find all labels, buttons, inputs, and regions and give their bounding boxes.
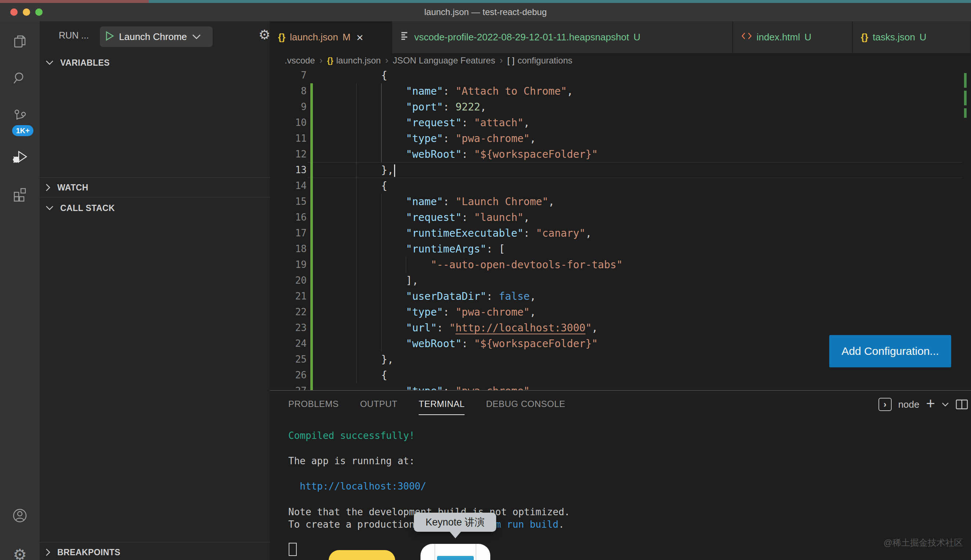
new-terminal-icon[interactable]: + [926, 396, 935, 412]
tab-launch-json[interactable]: {} launch.json M × [270, 21, 392, 53]
text-cursor [394, 164, 395, 177]
split-terminal-icon[interactable] [956, 399, 968, 410]
gutter-modified-indicator [310, 367, 313, 383]
terminal-line: Compiled successfully! [288, 429, 570, 442]
code-line[interactable]: 12 "webRoot": "${workspaceFolder}" [270, 147, 971, 162]
terminal-actions: › node + [879, 397, 968, 412]
activity-search[interactable] [0, 64, 40, 93]
code-line[interactable]: 20 ], [270, 273, 971, 288]
html-icon [741, 32, 752, 43]
code-line[interactable]: 21 "userDataDir": false, [270, 288, 971, 304]
terminal-line: http://localhost:3000/ [288, 480, 570, 493]
tab-git-status: U [919, 32, 927, 43]
keynote-icon-detail [476, 544, 476, 560]
panel-tab-debug-console[interactable]: DEBUG CONSOLE [486, 399, 565, 415]
keynote-icon-slide [437, 556, 474, 560]
chevron-right-icon: › [385, 55, 389, 66]
code-line[interactable]: 17 "runtimeExecutable": "canary", [270, 225, 971, 241]
activity-bar: 1K+ ⚙ [0, 21, 40, 560]
overview-ruler-mark [964, 73, 967, 88]
gutter-modified-indicator [310, 336, 313, 352]
vscode-window: launch.json — test-react-debug 1K+ ⚙ RUN… [0, 0, 971, 560]
background-strip-right [149, 0, 971, 3]
gutter-modified-indicator [310, 304, 313, 320]
breadcrumb-item[interactable]: JSON Language Features [393, 55, 495, 66]
code-line[interactable]: 9 "port": 9222, [270, 99, 971, 115]
code-line[interactable]: 16 "request": "launch", [270, 210, 971, 225]
panel-tab-problems[interactable]: PROBLEMS [288, 399, 339, 415]
code-line[interactable]: 22 "type": "pwa-chrome", [270, 304, 971, 320]
gear-icon: ⚙ [13, 547, 27, 560]
code-line[interactable]: 26 { [270, 367, 971, 383]
git-branch-icon [12, 109, 28, 126]
tab-label: index.html [757, 32, 800, 43]
code-line[interactable]: 13 }, [270, 162, 971, 178]
extensions-icon [12, 187, 28, 204]
gutter-modified-indicator [310, 320, 313, 336]
section-variables[interactable]: VARIABLES [40, 53, 270, 73]
code-editor[interactable]: 7 {8 "name": "Attach to Chrome",9 "port"… [270, 68, 971, 390]
activity-explorer[interactable] [0, 28, 40, 57]
heapsnapshot-icon [400, 31, 410, 43]
gutter-modified-indicator [310, 147, 313, 162]
tab-git-status: U [805, 32, 812, 43]
panel-tab-output[interactable]: OUTPUT [360, 399, 397, 415]
dock-icon-yellow-app[interactable] [329, 550, 395, 560]
breadcrumb-item[interactable]: launch.json [336, 55, 381, 66]
section-label: CALL STACK [60, 203, 115, 213]
breadcrumb-item[interactable]: .vscode [285, 55, 315, 66]
gutter-modified-indicator [310, 241, 313, 257]
files-icon [12, 34, 28, 51]
gutter-modified-indicator [310, 115, 313, 131]
tab-label: vscode-profile-2022-08-29-12-01-11.heaps… [414, 32, 629, 43]
window-title: launch.json — test-react-debug [0, 3, 971, 21]
title-bar: launch.json — test-react-debug [0, 3, 971, 21]
section-label: VARIABLES [60, 58, 110, 68]
panel-tab-terminal[interactable]: TERMINAL [419, 399, 465, 415]
activity-run-debug[interactable] [0, 143, 40, 172]
launch-config-dropdown[interactable]: Launch Chrome [100, 27, 213, 47]
section-label: BREAKPOINTS [57, 548, 120, 557]
tab-git-status: M [343, 32, 351, 43]
close-icon[interactable]: × [356, 32, 363, 43]
start-debug-icon[interactable] [105, 31, 115, 43]
section-call-stack[interactable]: CALL STACK [40, 198, 270, 218]
json-icon: {} [278, 32, 285, 43]
gutter-modified-indicator [310, 99, 313, 115]
terminal-shell-icon: › [879, 398, 892, 411]
dock-tooltip: Keynote 讲演 [414, 513, 496, 532]
chevron-down-icon[interactable] [942, 402, 949, 407]
code-line[interactable]: 23 "url": "http://localhost:3000", [270, 320, 971, 336]
chevron-down-icon [192, 34, 201, 39]
activity-account[interactable] [0, 502, 40, 531]
code-line[interactable]: 7 { [270, 68, 971, 83]
activity-extensions[interactable] [0, 180, 40, 210]
activity-settings[interactable]: ⚙ [0, 540, 40, 560]
code-line[interactable]: 8 "name": "Attach to Chrome", [270, 83, 971, 99]
code-line[interactable]: 18 "runtimeArgs": [ [270, 241, 971, 257]
gutter-modified-indicator [310, 162, 313, 178]
source-control-badge: 1K+ [12, 125, 33, 136]
breadcrumb-item[interactable]: configurations [518, 55, 572, 66]
background-strip-left [0, 0, 149, 3]
code-line[interactable]: 27 "type": "pwa-chrome" [270, 383, 971, 390]
dock-icon-keynote[interactable] [421, 544, 490, 560]
section-watch[interactable]: WATCH [40, 178, 270, 197]
code-line[interactable]: 14 { [270, 178, 971, 194]
gutter-modified-indicator [310, 131, 313, 147]
code-line[interactable]: 11 "type": "pwa-chrome", [270, 131, 971, 147]
section-label: WATCH [57, 183, 89, 193]
editor-area: {} launch.json M × vscode-profile-2022-0… [270, 21, 971, 560]
tab-index-html[interactable]: index.html U [733, 21, 853, 53]
debug-settings-gear-icon[interactable]: ⚙ [259, 27, 270, 43]
code-line[interactable]: 15 "name": "Launch Chrome", [270, 194, 971, 210]
section-breakpoints[interactable]: BREAKPOINTS [40, 542, 270, 560]
breadcrumb[interactable]: .vscode › {} launch.json › JSON Language… [270, 53, 971, 68]
tab-heapsnapshot[interactable]: vscode-profile-2022-08-29-12-01-11.heaps… [392, 21, 733, 53]
code-line[interactable]: 19 "--auto-open-devtools-for-tabs" [270, 257, 971, 273]
tab-tasks-json[interactable]: {} tasks.json U [853, 21, 970, 53]
add-configuration-button[interactable]: Add Configuration... [829, 335, 951, 367]
tab-label: tasks.json [872, 32, 915, 43]
chevron-right-icon: › [500, 55, 503, 66]
code-line[interactable]: 10 "request": "attach", [270, 115, 971, 131]
